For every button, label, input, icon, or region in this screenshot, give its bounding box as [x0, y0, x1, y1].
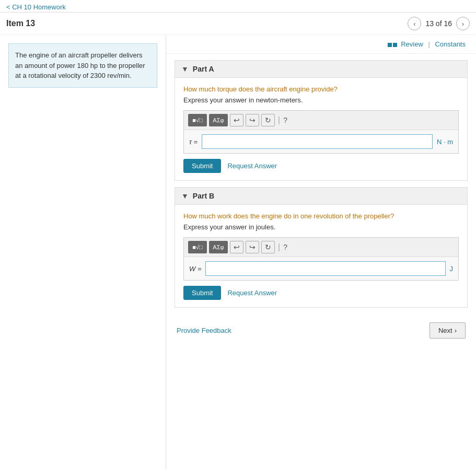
part-a-header: ▼ Part A	[175, 61, 467, 78]
back-link[interactable]: < CH 10 Homework	[6, 3, 66, 11]
part-b-title: Part B	[193, 192, 214, 200]
constants-link[interactable]: Constants	[435, 40, 466, 48]
part-a-refresh-btn[interactable]: ↻	[261, 114, 275, 126]
part-a-title: Part A	[193, 65, 214, 73]
part-b-input-row: W = J	[184, 257, 458, 280]
part-b-question: How much work does the engine do in one …	[183, 212, 459, 220]
part-b-input-wrapper: ■√□ ΑΣφ ↩ ↪ ↻ | ? W = J	[183, 237, 459, 281]
part-b-section: ▼ Part B How much work does the engine d…	[175, 187, 468, 308]
part-a-input-wrapper: ■√□ ΑΣφ ↩ ↪ ↻ | ? τ = N · m	[183, 110, 459, 154]
part-b-refresh-btn[interactable]: ↻	[261, 241, 275, 253]
content-area: Review | Constants ▼ Part A How much tor…	[166, 35, 476, 469]
feedback-link[interactable]: Provide Feedback	[177, 327, 231, 334]
part-a-question: How much torque does the aircraft engine…	[183, 85, 459, 93]
prev-button[interactable]: ‹	[408, 17, 421, 30]
part-b-toolbar: ■√□ ΑΣφ ↩ ↪ ↻ | ?	[184, 238, 458, 257]
link-separator: |	[428, 40, 429, 48]
part-a-template-btn[interactable]: ■√□	[188, 114, 207, 126]
bottom-bar: Provide Feedback Next ›	[166, 314, 476, 343]
next-button[interactable]: Next ›	[429, 322, 466, 339]
part-b-collapse[interactable]: ▼	[181, 192, 189, 200]
next-nav-button[interactable]: ›	[456, 17, 470, 30]
item-title: Item 13	[6, 19, 35, 28]
part-b-toolbar-sep: |	[278, 242, 280, 252]
part-b-header: ▼ Part B	[175, 188, 467, 205]
part-a-toolbar-sep: |	[278, 115, 280, 125]
part-a-submit-button[interactable]: Submit	[183, 159, 221, 173]
context-box: The engine of an aircraft propeller deli…	[8, 43, 157, 88]
review-link[interactable]: Review	[401, 40, 423, 48]
nav-controls: ‹ 13 of 16 ›	[408, 17, 470, 30]
part-b-help-icon[interactable]: ?	[283, 243, 287, 251]
part-a-math-label: τ =	[189, 138, 198, 146]
part-b-actions: Submit Request Answer	[183, 286, 459, 300]
part-a-body: How much torque does the aircraft engine…	[175, 78, 467, 180]
part-a-input-row: τ = N · m	[184, 130, 458, 153]
part-a-undo-btn[interactable]: ↩	[230, 114, 243, 126]
part-a-instruction: Express your answer in newton-meters.	[183, 96, 459, 104]
part-b-redo-btn[interactable]: ↪	[246, 241, 259, 253]
item-count: 13 of 16	[425, 19, 452, 28]
part-a-symbol-btn[interactable]: ΑΣφ	[209, 114, 228, 126]
part-b-submit-button[interactable]: Submit	[183, 286, 221, 300]
part-b-unit: J	[450, 265, 454, 273]
part-b-template-btn[interactable]: ■√□	[188, 241, 207, 253]
part-a-actions: Submit Request Answer	[183, 159, 459, 173]
sidebar: The engine of an aircraft propeller deli…	[0, 35, 166, 469]
part-a-section: ▼ Part A How much torque does the aircra…	[175, 60, 468, 181]
top-links-bar: Review | Constants	[166, 35, 476, 54]
part-a-collapse[interactable]: ▼	[181, 65, 189, 73]
part-a-toolbar: ■√□ ΑΣφ ↩ ↪ ↻ | ?	[184, 111, 458, 130]
part-a-unit: N · m	[437, 138, 453, 146]
part-b-undo-btn[interactable]: ↩	[230, 241, 243, 253]
part-b-symbol-btn[interactable]: ΑΣφ	[209, 241, 228, 253]
context-text: The engine of an aircraft propeller deli…	[15, 51, 145, 79]
review-icon	[388, 43, 397, 47]
part-a-redo-btn[interactable]: ↪	[246, 114, 259, 126]
part-b-math-label: W =	[189, 265, 201, 273]
part-a-help-icon[interactable]: ?	[283, 116, 287, 124]
part-b-body: How much work does the engine do in one …	[175, 205, 467, 307]
part-a-request-answer-link[interactable]: Request Answer	[227, 162, 277, 170]
part-a-answer-input[interactable]	[202, 134, 433, 149]
next-label: Next	[438, 327, 452, 334]
part-b-answer-input[interactable]	[205, 261, 445, 276]
part-b-instruction: Express your answer in joules.	[183, 223, 459, 231]
next-chevron-icon: ›	[455, 327, 457, 334]
part-b-request-answer-link[interactable]: Request Answer	[227, 289, 277, 297]
